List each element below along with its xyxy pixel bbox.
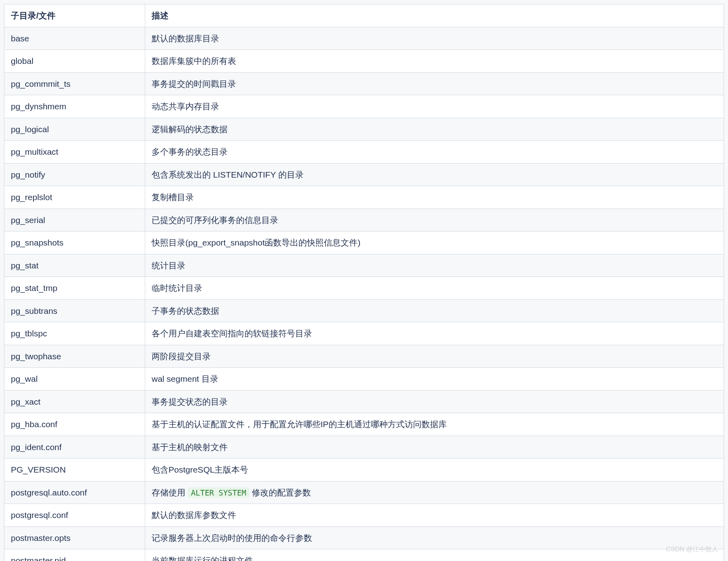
table-row: pg_stat_tmp临时统计目录: [4, 277, 724, 300]
cell-name: pg_xact: [4, 390, 145, 413]
cell-desc: 逻辑解码的状态数据: [145, 118, 724, 141]
table-row: pg_twophase两阶段提交目录: [4, 345, 724, 368]
cell-name: pg_dynshmem: [4, 95, 145, 118]
cell-desc: wal segment 目录: [145, 368, 724, 391]
cell-desc: 动态共享内存目录: [145, 95, 724, 118]
cell-name: pg_stat_tmp: [4, 277, 145, 300]
cell-name: pg_ident.conf: [4, 436, 145, 459]
cell-name: pg_wal: [4, 368, 145, 391]
cell-name: pg_snapshots: [4, 231, 145, 254]
cell-desc: 基于主机的认证配置文件，用于配置允许哪些IP的主机通过哪种方式访问数据库: [145, 413, 724, 436]
table-row: pg_notify包含系统发出的 LISTEN/NOTIFY 的目录: [4, 163, 724, 186]
table-row: pg_replslot复制槽目录: [4, 186, 724, 209]
cell-desc: 事务提交状态的目录: [145, 390, 724, 413]
cell-name: pg_hba.conf: [4, 413, 145, 436]
cell-name: pg_multixact: [4, 141, 145, 164]
table-row: global数据库集簇中的所有表: [4, 50, 724, 73]
cell-desc: 快照目录(pg_export_snapshot函数导出的快照信息文件): [145, 231, 724, 254]
cell-name: postmaster.opts: [4, 526, 145, 549]
cell-desc: 多个事务的状态目录: [145, 141, 724, 164]
cell-name: pg_logical: [4, 118, 145, 141]
table-row: pg_multixact多个事务的状态目录: [4, 141, 724, 164]
cell-desc: 两阶段提交目录: [145, 345, 724, 368]
cell-desc: 已提交的可序列化事务的信息目录: [145, 209, 724, 231]
cell-desc: 包含PostgreSQL主版本号: [145, 459, 724, 481]
header-desc: 描述: [145, 4, 724, 27]
table-row: base默认的数据库目录: [4, 27, 724, 50]
table-row: pg_tblspc各个用户自建表空间指向的软链接符号目录: [4, 322, 724, 345]
cell-desc: 包含系统发出的 LISTEN/NOTIFY 的目录: [145, 163, 724, 186]
cell-name: global: [4, 50, 145, 73]
table-row: pg_subtrans子事务的状态数据: [4, 299, 724, 322]
table-row: PG_VERSION包含PostgreSQL主版本号: [4, 459, 724, 481]
cell-name: postgresql.auto.conf: [4, 481, 145, 504]
cell-desc: 默认的数据库目录: [145, 27, 724, 50]
cell-desc: 事务提交的时间戳目录: [145, 72, 724, 95]
cell-desc: 记录服务器上次启动时的使用的命令行参数: [145, 526, 724, 549]
table-row: pg_stat统计目录: [4, 254, 724, 277]
table-row: pg_snapshots快照目录(pg_export_snapshot函数导出的…: [4, 231, 724, 254]
directory-table: 子目录/文件 描述 base默认的数据库目录global数据库集簇中的所有表pg…: [4, 4, 724, 561]
cell-desc: 复制槽目录: [145, 186, 724, 209]
code-inline: ALTER SYSTEM: [188, 487, 249, 498]
table-row: pg_hba.conf基于主机的认证配置文件，用于配置允许哪些IP的主机通过哪种…: [4, 413, 724, 436]
table-row: postgresql.conf默认的数据库参数文件: [4, 504, 724, 527]
cell-name: pg_replslot: [4, 186, 145, 209]
cell-desc: 存储使用 ALTER SYSTEM 修改的配置参数: [145, 481, 724, 504]
table-row: pg_dynshmem动态共享内存目录: [4, 95, 724, 118]
cell-desc: 子事务的状态数据: [145, 299, 724, 322]
header-name: 子目录/文件: [4, 4, 145, 27]
cell-name: base: [4, 27, 145, 50]
table-row: pg_commmit_ts事务提交的时间戳目录: [4, 72, 724, 95]
cell-desc: 各个用户自建表空间指向的软链接符号目录: [145, 322, 724, 345]
cell-name: pg_notify: [4, 163, 145, 186]
cell-name: postmaster.pid: [4, 549, 145, 561]
cell-desc: 基于主机的映射文件: [145, 436, 724, 459]
cell-name: postgresql.conf: [4, 504, 145, 527]
table-row: postgresql.auto.conf存储使用 ALTER SYSTEM 修改…: [4, 481, 724, 504]
cell-desc: 数据库集簇中的所有表: [145, 50, 724, 73]
cell-name: pg_tblspc: [4, 322, 145, 345]
table-row: pg_logical逻辑解码的状态数据: [4, 118, 724, 141]
cell-name: pg_serial: [4, 209, 145, 231]
table-row: postmaster.opts记录服务器上次启动时的使用的命令行参数: [4, 526, 724, 549]
table-row: pg_ident.conf基于主机的映射文件: [4, 436, 724, 459]
table-row: pg_serial已提交的可序列化事务的信息目录: [4, 209, 724, 231]
cell-name: pg_stat: [4, 254, 145, 277]
cell-desc: 临时统计目录: [145, 277, 724, 300]
table-row: pg_walwal segment 目录: [4, 368, 724, 391]
table-wrapper: 子目录/文件 描述 base默认的数据库目录global数据库集簇中的所有表pg…: [4, 4, 724, 561]
cell-desc: 默认的数据库参数文件: [145, 504, 724, 527]
cell-name: PG_VERSION: [4, 459, 145, 481]
cell-desc: 统计目录: [145, 254, 724, 277]
cell-name: pg_subtrans: [4, 299, 145, 322]
cell-name: pg_twophase: [4, 345, 145, 368]
cell-desc: 当前数据库运行的进程文件: [145, 549, 724, 561]
table-header-row: 子目录/文件 描述: [4, 4, 724, 27]
cell-name: pg_commmit_ts: [4, 72, 145, 95]
table-row: postmaster.pid当前数据库运行的进程文件: [4, 549, 724, 561]
table-row: pg_xact事务提交状态的目录: [4, 390, 724, 413]
